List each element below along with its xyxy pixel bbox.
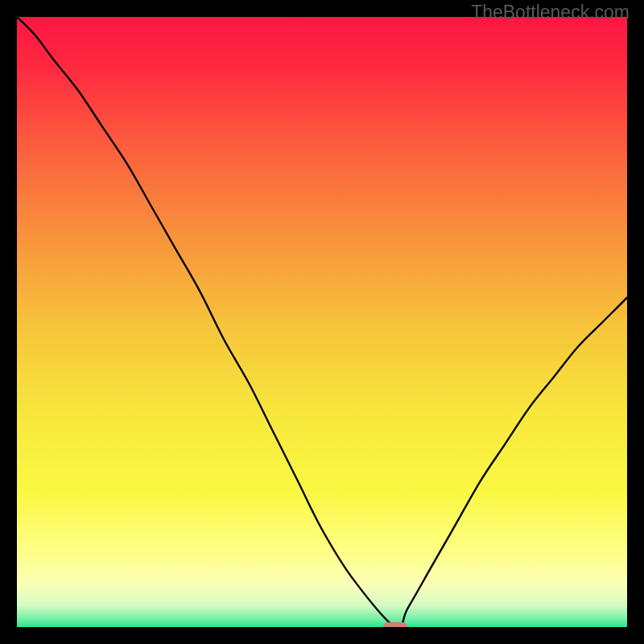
watermark-text: TheBottleneck.com [471,2,630,23]
chart-plot-area [17,17,627,627]
chart-background [17,17,627,627]
chart-min-marker [383,622,407,627]
chart-svg [17,17,627,627]
chart-frame: TheBottleneck.com [0,0,644,644]
